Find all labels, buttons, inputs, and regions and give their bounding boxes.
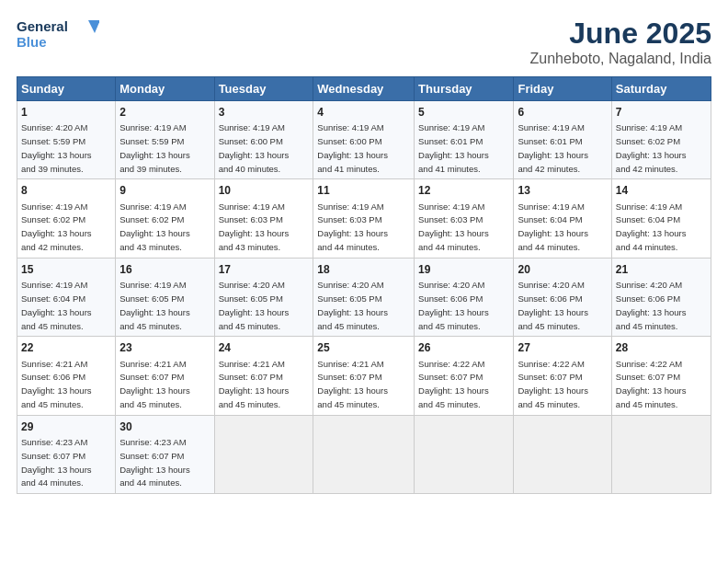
- day-number: 10: [219, 183, 310, 198]
- logo: General Blue: [17, 17, 99, 55]
- day-number: 2: [119, 105, 210, 120]
- calendar-day-cell: 29Sunrise: 4:23 AMSunset: 6:07 PMDayligh…: [17, 415, 116, 493]
- day-info: Sunrise: 4:19 AMSunset: 6:00 PMDaylight:…: [317, 122, 388, 173]
- calendar-day-cell: 18Sunrise: 4:20 AMSunset: 6:05 PMDayligh…: [313, 258, 415, 336]
- svg-text:General: General: [17, 18, 68, 34]
- calendar-day-cell: 20Sunrise: 4:20 AMSunset: 6:06 PMDayligh…: [514, 258, 611, 336]
- calendar-day-cell: [214, 415, 313, 493]
- calendar-day-cell: 16Sunrise: 4:19 AMSunset: 6:05 PMDayligh…: [116, 258, 214, 336]
- day-info: Sunrise: 4:19 AMSunset: 6:02 PMDaylight:…: [21, 201, 92, 252]
- day-info: Sunrise: 4:20 AMSunset: 6:05 PMDaylight:…: [219, 280, 290, 330]
- calendar-subtitle: Zunheboto, Nagaland, India: [530, 51, 711, 67]
- day-info: Sunrise: 4:21 AMSunset: 6:07 PMDaylight:…: [317, 359, 388, 409]
- calendar-day-cell: 4Sunrise: 4:19 AMSunset: 6:00 PMDaylight…: [313, 101, 415, 179]
- header-friday: Friday: [514, 77, 611, 101]
- calendar-week-row: 29Sunrise: 4:23 AMSunset: 6:07 PMDayligh…: [17, 415, 711, 493]
- day-number: 28: [616, 340, 707, 355]
- day-number: 1: [21, 105, 111, 120]
- calendar-day-cell: 1Sunrise: 4:20 AMSunset: 5:59 PMDaylight…: [17, 101, 116, 179]
- calendar-day-cell: 28Sunrise: 4:22 AMSunset: 6:07 PMDayligh…: [611, 337, 711, 415]
- title-block: June 2025 Zunheboto, Nagaland, India: [530, 17, 711, 67]
- day-info: Sunrise: 4:19 AMSunset: 6:02 PMDaylight:…: [119, 201, 190, 252]
- day-info: Sunrise: 4:20 AMSunset: 6:06 PMDaylight:…: [616, 280, 687, 330]
- calendar-day-cell: 24Sunrise: 4:21 AMSunset: 6:07 PMDayligh…: [214, 337, 313, 415]
- day-info: Sunrise: 4:21 AMSunset: 6:07 PMDaylight:…: [219, 359, 290, 409]
- day-number: 7: [616, 105, 707, 120]
- day-number: 20: [518, 262, 607, 277]
- day-number: 21: [616, 262, 707, 277]
- day-number: 15: [21, 262, 111, 277]
- calendar-day-cell: 9Sunrise: 4:19 AMSunset: 6:02 PMDaylight…: [116, 179, 214, 258]
- header-thursday: Thursday: [415, 77, 514, 101]
- calendar-week-row: 22Sunrise: 4:21 AMSunset: 6:06 PMDayligh…: [17, 337, 711, 415]
- header-saturday: Saturday: [611, 77, 711, 101]
- day-number: 4: [317, 105, 410, 120]
- day-info: Sunrise: 4:19 AMSunset: 6:04 PMDaylight:…: [21, 280, 92, 330]
- calendar-day-cell: 19Sunrise: 4:20 AMSunset: 6:06 PMDayligh…: [415, 258, 514, 336]
- calendar-day-cell: 2Sunrise: 4:19 AMSunset: 5:59 PMDaylight…: [116, 101, 214, 179]
- day-number: 13: [518, 183, 607, 198]
- calendar-table: SundayMondayTuesdayWednesdayThursdayFrid…: [17, 76, 711, 494]
- day-number: 16: [119, 262, 210, 277]
- day-number: 8: [21, 183, 111, 198]
- day-number: 24: [219, 340, 310, 355]
- calendar-day-cell: 12Sunrise: 4:19 AMSunset: 6:03 PMDayligh…: [415, 179, 514, 258]
- day-number: 17: [219, 262, 310, 277]
- day-info: Sunrise: 4:20 AMSunset: 6:05 PMDaylight:…: [317, 280, 388, 330]
- calendar-day-cell: 8Sunrise: 4:19 AMSunset: 6:02 PMDaylight…: [17, 179, 116, 258]
- calendar-day-cell: 26Sunrise: 4:22 AMSunset: 6:07 PMDayligh…: [415, 337, 514, 415]
- day-info: Sunrise: 4:19 AMSunset: 6:02 PMDaylight:…: [616, 122, 687, 173]
- calendar-day-cell: [415, 415, 514, 493]
- header: General Blue June 2025 Zunheboto, Nagala…: [17, 17, 711, 67]
- svg-text:Blue: Blue: [17, 34, 47, 50]
- calendar-day-cell: 21Sunrise: 4:20 AMSunset: 6:06 PMDayligh…: [611, 258, 711, 336]
- day-number: 30: [119, 419, 210, 434]
- day-info: Sunrise: 4:19 AMSunset: 6:05 PMDaylight:…: [119, 280, 190, 330]
- calendar-title: June 2025: [530, 17, 711, 51]
- page: General Blue June 2025 Zunheboto, Nagala…: [0, 0, 728, 563]
- calendar-day-cell: 6Sunrise: 4:19 AMSunset: 6:01 PMDaylight…: [514, 101, 611, 179]
- calendar-day-cell: 22Sunrise: 4:21 AMSunset: 6:06 PMDayligh…: [17, 337, 116, 415]
- day-info: Sunrise: 4:21 AMSunset: 6:07 PMDaylight:…: [119, 359, 190, 409]
- day-number: 14: [616, 183, 707, 198]
- calendar-day-cell: 5Sunrise: 4:19 AMSunset: 6:01 PMDaylight…: [415, 101, 514, 179]
- calendar-day-cell: 14Sunrise: 4:19 AMSunset: 6:04 PMDayligh…: [611, 179, 711, 258]
- day-info: Sunrise: 4:19 AMSunset: 5:59 PMDaylight:…: [119, 122, 190, 173]
- calendar-week-row: 8Sunrise: 4:19 AMSunset: 6:02 PMDaylight…: [17, 179, 711, 258]
- calendar-day-cell: [313, 415, 415, 493]
- calendar-week-row: 1Sunrise: 4:20 AMSunset: 5:59 PMDaylight…: [17, 101, 711, 179]
- day-info: Sunrise: 4:20 AMSunset: 6:06 PMDaylight:…: [418, 280, 489, 330]
- header-wednesday: Wednesday: [313, 77, 415, 101]
- day-number: 29: [21, 419, 111, 434]
- day-number: 26: [418, 340, 509, 355]
- day-number: 18: [317, 262, 410, 277]
- day-info: Sunrise: 4:22 AMSunset: 6:07 PMDaylight:…: [418, 359, 489, 409]
- calendar-day-cell: 17Sunrise: 4:20 AMSunset: 6:05 PMDayligh…: [214, 258, 313, 336]
- day-number: 25: [317, 340, 410, 355]
- calendar-day-cell: 25Sunrise: 4:21 AMSunset: 6:07 PMDayligh…: [313, 337, 415, 415]
- day-info: Sunrise: 4:19 AMSunset: 6:03 PMDaylight:…: [219, 201, 290, 252]
- calendar-day-cell: 15Sunrise: 4:19 AMSunset: 6:04 PMDayligh…: [17, 258, 116, 336]
- day-number: 9: [119, 183, 210, 198]
- day-number: 5: [418, 105, 509, 120]
- day-number: 22: [21, 340, 111, 355]
- day-info: Sunrise: 4:21 AMSunset: 6:06 PMDaylight:…: [21, 359, 92, 409]
- day-info: Sunrise: 4:19 AMSunset: 6:01 PMDaylight:…: [518, 122, 588, 173]
- logo-svg: General Blue: [17, 17, 99, 55]
- day-info: Sunrise: 4:19 AMSunset: 6:00 PMDaylight:…: [219, 122, 290, 173]
- day-info: Sunrise: 4:22 AMSunset: 6:07 PMDaylight:…: [616, 359, 687, 409]
- header-tuesday: Tuesday: [214, 77, 313, 101]
- day-info: Sunrise: 4:19 AMSunset: 6:03 PMDaylight:…: [418, 201, 489, 252]
- calendar-week-row: 15Sunrise: 4:19 AMSunset: 6:04 PMDayligh…: [17, 258, 711, 336]
- day-number: 11: [317, 183, 410, 198]
- day-number: 23: [119, 340, 210, 355]
- day-info: Sunrise: 4:19 AMSunset: 6:01 PMDaylight:…: [418, 122, 489, 173]
- calendar-day-cell: [611, 415, 711, 493]
- day-info: Sunrise: 4:19 AMSunset: 6:03 PMDaylight:…: [317, 201, 388, 252]
- calendar-day-cell: 10Sunrise: 4:19 AMSunset: 6:03 PMDayligh…: [214, 179, 313, 258]
- calendar-day-cell: 3Sunrise: 4:19 AMSunset: 6:00 PMDaylight…: [214, 101, 313, 179]
- day-number: 3: [219, 105, 310, 120]
- calendar-day-cell: 13Sunrise: 4:19 AMSunset: 6:04 PMDayligh…: [514, 179, 611, 258]
- header-sunday: Sunday: [17, 77, 116, 101]
- day-number: 12: [418, 183, 509, 198]
